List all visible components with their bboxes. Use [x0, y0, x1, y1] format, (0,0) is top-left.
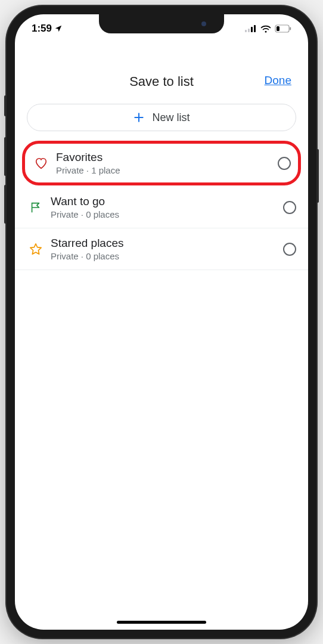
list-row-want-to-go[interactable]: Want to go Private · 0 places — [15, 187, 308, 228]
heart-icon — [32, 157, 50, 170]
list-row-text: Favorites Private · 1 place — [56, 151, 278, 175]
modal-header: Save to list Done — [15, 68, 308, 101]
lists-container: Favorites Private · 1 place Want to go P… — [15, 141, 308, 270]
list-row-text: Starred places Private · 0 places — [51, 237, 283, 261]
content-area: Save to list Done New list Favorites Pri… — [15, 14, 308, 630]
done-button[interactable]: Done — [265, 74, 291, 87]
wifi-icon — [260, 24, 271, 33]
list-title: Favorites — [56, 151, 278, 164]
list-subtitle: Private · 0 places — [51, 251, 283, 261]
status-right — [245, 24, 291, 33]
plus-icon — [133, 112, 145, 123]
flag-icon — [27, 201, 45, 214]
svg-rect-1 — [248, 29, 250, 32]
screen: 1:59 — [15, 14, 308, 630]
list-row-text: Want to go Private · 0 places — [51, 195, 283, 219]
volume-up — [4, 137, 7, 176]
svg-rect-2 — [251, 27, 253, 32]
front-camera — [201, 21, 206, 26]
list-title: Want to go — [51, 195, 283, 208]
svg-rect-6 — [290, 27, 291, 30]
volume-down — [4, 185, 7, 224]
star-icon — [27, 243, 45, 256]
svg-rect-0 — [245, 30, 247, 32]
list-title: Starred places — [51, 237, 283, 250]
new-list-button[interactable]: New list — [27, 104, 296, 131]
list-subtitle: Private · 1 place — [56, 165, 278, 175]
status-time: 1:59 — [32, 23, 52, 35]
radio-unselected[interactable] — [278, 157, 291, 170]
battery-icon — [275, 24, 291, 33]
radio-unselected[interactable] — [283, 243, 296, 256]
status-left: 1:59 — [32, 23, 63, 35]
list-row-favorites[interactable]: Favorites Private · 1 place — [22, 141, 301, 185]
new-list-label: New list — [152, 112, 190, 124]
power-button — [316, 149, 319, 203]
list-subtitle: Private · 0 places — [51, 209, 283, 219]
notch — [99, 14, 224, 33]
cellular-icon — [245, 25, 257, 32]
home-indicator[interactable] — [117, 621, 206, 624]
list-row-starred[interactable]: Starred places Private · 0 places — [15, 228, 308, 270]
radio-unselected[interactable] — [283, 201, 296, 214]
phone-frame: 1:59 — [7, 6, 316, 638]
location-icon — [54, 24, 63, 33]
svg-rect-5 — [277, 26, 279, 31]
page-title: Save to list — [129, 74, 194, 89]
svg-rect-3 — [254, 25, 256, 32]
mute-switch — [4, 95, 7, 116]
